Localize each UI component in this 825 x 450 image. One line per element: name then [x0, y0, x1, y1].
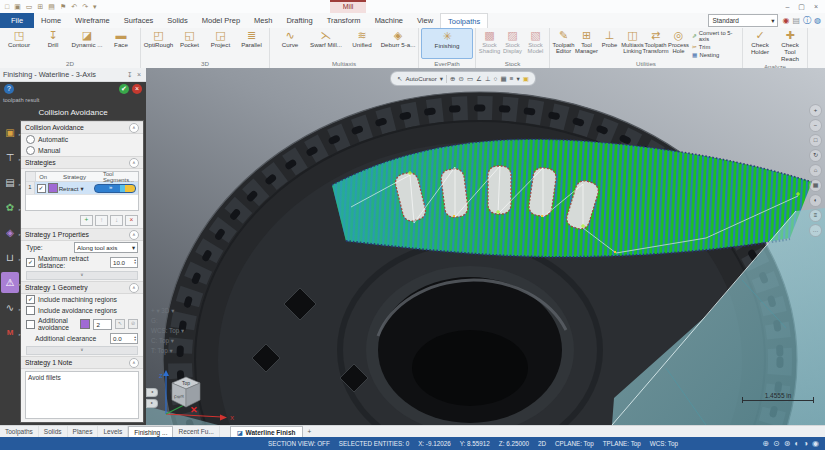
shading-icon[interactable]: ◐ [809, 194, 822, 207]
help-button[interactable]: ? [4, 84, 14, 94]
context-tab-mill[interactable]: Mill [330, 0, 366, 13]
ribbon-button[interactable]: ◎Process Hole [667, 28, 690, 59]
endpoint-snap-icon[interactable]: ▭ [467, 75, 473, 83]
menu-icon[interactable]: ≡ [809, 209, 822, 222]
zoom-out-icon[interactable]: − [809, 119, 822, 132]
more-options-icon[interactable]: ▾ [516, 75, 519, 83]
ribbon-tab[interactable]: Transform [320, 13, 368, 28]
ribbon-small-button[interactable]: ✂Trim [692, 44, 738, 50]
collapse-chevron-icon[interactable]: ∧ [129, 230, 139, 240]
collision-avoidance-icon[interactable]: ⚠ [1, 272, 19, 293]
include-machining-checkbox[interactable] [26, 295, 35, 304]
tool-holder-icon[interactable]: ⊔ [1, 247, 19, 268]
tool-segment-graphic[interactable] [94, 184, 136, 193]
open-icon[interactable]: ▭ [26, 1, 33, 13]
cut-pattern-icon[interactable]: ▤ [1, 172, 19, 193]
new-file-icon[interactable]: □ [5, 1, 9, 13]
ribbon-tab[interactable]: Drafting [279, 13, 319, 28]
section-view-icon[interactable]: ⊕ [762, 439, 769, 448]
ribbon-tab[interactable]: View [410, 13, 440, 28]
radio-button[interactable] [26, 146, 35, 155]
highlight-icon[interactable]: ▣ [523, 75, 529, 83]
ribbon-button[interactable]: ◈Deburr 5-a... [380, 28, 416, 59]
misc-values-icon[interactable]: M [1, 322, 19, 343]
section-header-geometry[interactable]: Strategy 1 Geometry∧ [21, 281, 143, 294]
gnomon-icon[interactable]: ⊙ [773, 439, 780, 448]
leads-icon[interactable]: ✿ [1, 197, 19, 218]
redo-icon[interactable]: ↷ [82, 1, 88, 13]
save-icon[interactable]: ▣ [14, 1, 21, 13]
strategy-on-checkbox[interactable] [37, 184, 46, 193]
zoom-in-icon[interactable]: + [809, 104, 822, 117]
add-strategy-button[interactable]: + [80, 215, 93, 226]
list-icon[interactable]: ≡ [510, 75, 514, 83]
ribbon-tab[interactable]: Solids [160, 13, 194, 28]
ribbon-button[interactable]: ◫Multiaxis Linking [621, 28, 644, 59]
plane-status-row[interactable]: + ▾ 3D ▾ [151, 306, 184, 316]
plane-status-row[interactable]: C: Top ▾ [151, 336, 184, 346]
radio-button[interactable] [26, 135, 35, 144]
account-icon[interactable]: ◉ [782, 15, 789, 26]
status-item[interactable]: WCS: Top [650, 440, 678, 447]
ribbon-button[interactable]: ◱Pocket [174, 28, 205, 59]
additional-avoidance-checkbox[interactable] [26, 320, 35, 329]
ribbon-button[interactable]: ✓Check Holder [745, 28, 775, 62]
print-icon[interactable]: ⊞ [37, 1, 43, 13]
help-icon[interactable]: ⓘ [803, 15, 811, 26]
select-cursor-icon[interactable]: ↖ [397, 75, 402, 83]
wireframe-icon[interactable]: ◐ [794, 439, 799, 448]
view-cube-body[interactable]: Top Front [172, 377, 200, 407]
section-header-properties[interactable]: Strategy 1 Properties∧ [21, 228, 143, 241]
status-item[interactable]: CPLANE: Top [555, 440, 594, 447]
axes-icon[interactable]: ⊛ [784, 439, 791, 448]
strategy-type-dropdown[interactable]: Retract▾ [59, 185, 92, 192]
angle-snap-icon[interactable]: ∠ [476, 75, 482, 83]
spinner-arrows-icon[interactable]: ▴▾ [134, 336, 137, 342]
strategy-note-textarea[interactable]: Avoid fillets [25, 371, 139, 419]
move-down-button[interactable]: ↓ [110, 215, 123, 226]
zoom-window-icon[interactable]: □ [809, 134, 822, 147]
ribbon-small-button[interactable]: ⇗Convert to 5-axis [692, 30, 738, 42]
section-header-strategies[interactable]: Strategies∧ [21, 156, 143, 169]
ribbon-tab[interactable]: Machine [368, 13, 410, 28]
customize-qat-icon[interactable]: ▾ [93, 1, 97, 13]
plane-status-row[interactable]: G: [151, 316, 184, 326]
status-item[interactable]: X: -9.12026 [418, 440, 451, 447]
perpendicular-snap-icon[interactable]: ⊥ [485, 75, 491, 83]
ribbon-small-button[interactable]: ▦Nesting [692, 52, 738, 58]
radio-row[interactable]: Automatic [21, 134, 143, 145]
origin-snap-icon[interactable]: ⊕ [450, 75, 455, 83]
ok-button[interactable]: ✔ [119, 84, 129, 94]
plane-status-row[interactable]: WCS: Top ▾ [151, 326, 184, 336]
ribbon-button[interactable]: ◪Dynamic ... [70, 28, 104, 59]
delete-strategy-button[interactable]: × [125, 215, 138, 226]
panel-collapse-handle[interactable]: ◂ [146, 388, 158, 397]
ribbon-button[interactable]: ◰OptiRough [143, 28, 174, 59]
linking-icon[interactable]: ∿ [1, 297, 19, 318]
ribbon-tab[interactable]: Surfaces [117, 13, 161, 28]
chevron-down-icon[interactable]: ▾ [440, 75, 443, 83]
viewport-3d[interactable]: ↖ AutoCursor ▾ ⊕⊙▭∠⊥○▦≡▾▣ +−□↻⌂▦◐≡… + ▾ … [146, 68, 825, 425]
rotate-view-icon[interactable]: ↻ [809, 149, 822, 162]
steep-shallow-icon[interactable]: ◈ [1, 222, 19, 243]
section-expander[interactable]: ∨ [26, 346, 138, 355]
ribbon-tab[interactable]: Home [34, 13, 68, 28]
collapse-chevron-icon[interactable]: ∧ [129, 283, 139, 293]
undo-icon[interactable]: ↶ [71, 1, 77, 13]
point-snap-icon[interactable]: ○ [494, 75, 498, 83]
grid-icon[interactable]: ▦ [809, 179, 822, 192]
ribbon-button[interactable]: ◲Project [205, 28, 236, 59]
retract-distance-checkbox[interactable] [26, 258, 35, 267]
radio-row[interactable]: Manual [21, 145, 143, 156]
ribbon-button[interactable]: ✚Check Tool Reach [775, 28, 805, 62]
ribbon-button[interactable]: ∿Curve [272, 28, 308, 59]
feedback-icon[interactable]: ▤ [792, 15, 800, 26]
ribbon-button[interactable]: ▨Stock Display [501, 28, 524, 59]
select-geometry-button[interactable]: ↖ [115, 319, 125, 329]
autocursor-dropdown[interactable]: AutoCursor [405, 75, 436, 82]
home-view-icon[interactable]: ⌂ [809, 164, 822, 177]
move-up-button[interactable]: ↑ [95, 215, 108, 226]
panel-expand-handle[interactable]: ▸ [146, 399, 158, 408]
shaded-icon[interactable]: ◑ [803, 439, 808, 448]
save-as-icon[interactable]: ▤ [48, 1, 55, 13]
